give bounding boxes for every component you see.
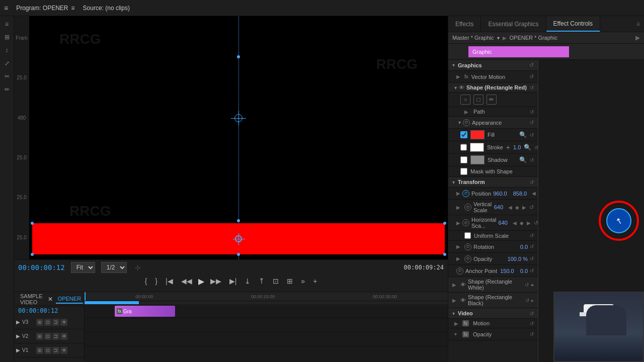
hs-nav-prev[interactable]: ◀ (512, 220, 518, 226)
track-icon-v2-2[interactable]: ⊡ (44, 333, 51, 340)
shape-tool-rect[interactable]: □ (473, 95, 484, 105)
track-play-v2[interactable]: ▶ (16, 333, 20, 339)
preview-panel[interactable]: RRCG RRCG RRCG RRCG (29, 16, 448, 259)
pos-y[interactable]: 858.0 (513, 191, 527, 197)
op-expand[interactable]: ▶ (456, 256, 462, 261)
program-menu-icon[interactable]: ≡ (71, 5, 75, 12)
rot-expand[interactable]: ▶ (456, 244, 462, 249)
ec-nav-arrow[interactable]: ▶ (635, 34, 640, 41)
mark-in-button[interactable]: { (143, 276, 149, 286)
shape-rect-black-row[interactable]: ▶ 👁 Shape (Rectangle Black) ↺ ▸ (448, 293, 538, 308)
ap-x[interactable]: 150.0 (500, 268, 514, 274)
v1-track-area[interactable] (85, 332, 448, 346)
vs-value[interactable]: 640 (494, 204, 503, 210)
pos-expand[interactable]: ▶ (456, 191, 460, 196)
stroke-eyedropper[interactable]: 🔍 (524, 144, 531, 151)
track-icon-v3-4[interactable]: 👁 (60, 319, 67, 326)
track-play-v3[interactable]: ▶ (16, 319, 20, 325)
handle-tl[interactable] (31, 222, 34, 225)
export2-button[interactable]: ⊞ (285, 276, 295, 286)
pos-stopwatch[interactable]: ⏱ (462, 190, 469, 197)
appearance-reset[interactable]: ↺ (530, 120, 534, 125)
red-rectangle[interactable] (32, 223, 445, 254)
srw-reset[interactable]: ↺ (525, 282, 529, 288)
op-value[interactable]: 100.0 % (508, 256, 528, 262)
handle-bm[interactable] (237, 253, 240, 256)
fill-checkbox[interactable] (460, 131, 467, 138)
shadow-color-swatch[interactable] (470, 155, 485, 164)
handle-tr[interactable] (443, 222, 446, 225)
path-row[interactable]: ▶ Path ↺ (448, 107, 538, 117)
vs-nav-prev[interactable]: ◀ (507, 205, 513, 210)
hs-value[interactable]: 640 (499, 220, 508, 226)
step-forward-button[interactable]: ▶▶ (208, 276, 223, 286)
us-reset[interactable]: ↺ (530, 233, 534, 238)
track-icon-v1-1[interactable]: ⊞ (36, 347, 43, 354)
stroke-checkbox[interactable] (460, 144, 467, 151)
fit-dropdown[interactable]: Fit (71, 262, 95, 273)
shadow-reset[interactable]: ↺ (530, 157, 534, 163)
srb-expand[interactable]: ▶ (452, 298, 458, 303)
master-dropdown[interactable]: ▾ (497, 35, 500, 41)
rot-value[interactable]: 0.0 (520, 244, 528, 250)
v3-track-area[interactable]: fx Gra (85, 304, 448, 318)
fraction-dropdown[interactable]: 1/2 (101, 262, 127, 273)
mot-reset[interactable]: ↺ (530, 321, 534, 326)
path-expand[interactable]: ▶ (464, 109, 470, 115)
op-stopwatch[interactable]: ⏱ (464, 255, 471, 262)
handle-br[interactable] (443, 253, 446, 256)
handle-bl[interactable] (31, 253, 34, 256)
mot-expand[interactable]: ▶ (454, 321, 460, 326)
hs-reset[interactable]: ↺ (534, 220, 538, 226)
graphics-reset[interactable]: ↺ (529, 62, 534, 68)
video-reset[interactable]: ↺ (530, 311, 534, 316)
export-button[interactable]: ⊡ (271, 276, 281, 286)
tab-essential-graphics[interactable]: Essential Graphics (481, 16, 546, 32)
srw-expand[interactable]: ▶ (452, 282, 458, 288)
track-play-v1[interactable]: ▶ (16, 347, 20, 353)
transform-header[interactable]: ▾ Transform ↺ (448, 177, 538, 188)
add-button[interactable]: + (311, 276, 319, 286)
shape-tool-pen[interactable]: ✏ (487, 95, 497, 105)
vs-nav-next[interactable]: ▶ (521, 205, 527, 210)
sidebar-icon-cut[interactable]: ✂ (2, 71, 12, 81)
appearance-stopwatch[interactable]: ⏱ (463, 119, 470, 126)
track-icon-v3-2[interactable]: ⊡ (44, 319, 51, 326)
srb-eye[interactable]: 👁 (460, 297, 466, 303)
mark-out-button[interactable]: } (153, 276, 159, 286)
track-icon-v3-1[interactable]: ⊞ (36, 319, 43, 326)
sidebar-icon-arrow[interactable]: ↕ (2, 45, 12, 55)
track-icon-v1-4[interactable]: 👁 (60, 347, 67, 354)
uniform-scale-checkbox[interactable] (464, 232, 471, 239)
track-icon-v1-2[interactable]: ⊡ (44, 347, 51, 354)
srw-eye[interactable]: 👁 (460, 282, 466, 288)
vs-expand[interactable]: ▶ (456, 205, 462, 210)
sidebar-icon-grid[interactable]: ⊞ (2, 32, 12, 42)
pos-x[interactable]: 960.0 (493, 191, 507, 197)
ap-reset[interactable]: ↺ (530, 268, 534, 274)
pos-nav-prev[interactable]: ◀ (531, 191, 537, 196)
play-button[interactable]: ▶ (198, 277, 204, 286)
tab-effects[interactable]: Effects (448, 16, 481, 32)
step-back-button[interactable]: ◀◀ (179, 276, 194, 286)
vs-nav-add[interactable]: ◆ (514, 205, 520, 210)
path-reset[interactable]: ↺ (530, 109, 534, 115)
hs-nav-next[interactable]: ▶ (526, 220, 532, 226)
op2-reset[interactable]: ↺ (530, 331, 534, 337)
video-section-header[interactable]: ▾ Video ↺ (448, 308, 538, 319)
transform-reset[interactable]: ↺ (530, 179, 534, 185)
stroke-color-swatch[interactable] (470, 143, 484, 152)
tab-effect-controls[interactable]: Effect Controls (546, 16, 600, 32)
fill-eyedropper[interactable]: 🔍 (519, 131, 527, 138)
sidebar-icon-menu[interactable]: ≡ (2, 19, 12, 29)
rot-reset[interactable]: ↺ (530, 244, 534, 249)
ap-y[interactable]: 0.0 (520, 268, 528, 274)
stroke-reset[interactable]: ↺ (534, 145, 538, 150)
shape-tool-circle[interactable]: ○ (460, 95, 470, 105)
panel-menu-icon[interactable]: ≡ (632, 21, 644, 28)
hs-expand[interactable]: ▶ (456, 220, 460, 226)
vs-reset[interactable]: ↺ (529, 204, 534, 211)
op2-expand[interactable]: ▾ (454, 331, 460, 337)
hs-nav-add[interactable]: ◆ (519, 220, 525, 226)
vm-expand[interactable]: ▶ (456, 74, 462, 79)
